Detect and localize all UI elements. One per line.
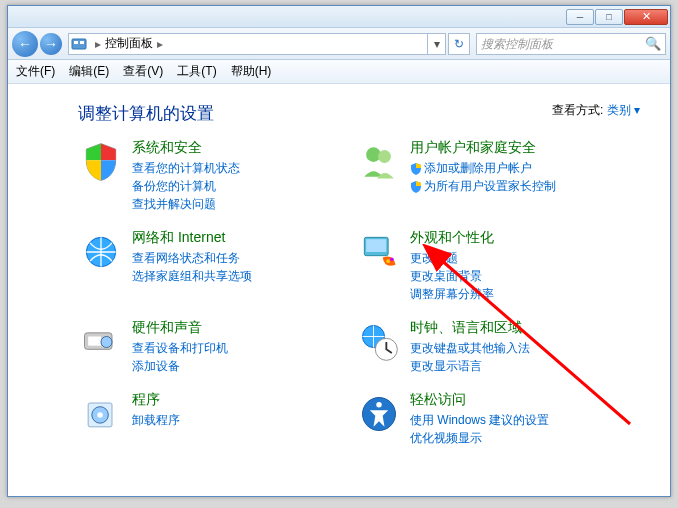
svg-point-4 xyxy=(378,150,391,163)
navbar: ← → ▸ 控制面板 ▸ ▾ ↻ 🔍 xyxy=(8,28,670,60)
svg-rect-11 xyxy=(88,337,101,346)
svg-point-8 xyxy=(386,259,390,263)
category-link[interactable]: 选择家庭组和共享选项 xyxy=(132,267,252,285)
ease-icon xyxy=(356,391,402,437)
category-link[interactable]: 查找并解决问题 xyxy=(132,195,240,213)
viewby-label: 查看方式: xyxy=(552,103,603,117)
category-link[interactable]: 添加设备 xyxy=(132,357,228,375)
shield-icon xyxy=(410,162,422,174)
programs-icon xyxy=(78,391,124,437)
svg-rect-2 xyxy=(80,41,84,44)
category-link[interactable]: 查看网络状态和任务 xyxy=(132,249,252,267)
close-button[interactable]: ✕ xyxy=(624,9,668,25)
shield-icon xyxy=(410,180,422,192)
back-button[interactable]: ← xyxy=(12,31,38,57)
minimize-button[interactable]: ─ xyxy=(566,9,594,25)
svg-point-12 xyxy=(101,337,112,348)
view-by: 查看方式: 类别 ▾ xyxy=(552,102,640,119)
category-link[interactable]: 更改显示语言 xyxy=(410,357,530,375)
category-grid: 系统和安全 查看您的计算机状态 备份您的计算机 查找并解决问题 用户帐户和家庭安… xyxy=(78,139,640,455)
category-title[interactable]: 轻松访问 xyxy=(410,391,549,409)
category-link[interactable]: 优化视频显示 xyxy=(410,429,549,447)
menubar: 文件(F) 编辑(E) 查看(V) 工具(T) 帮助(H) xyxy=(8,60,670,84)
category-programs: 程序 卸载程序 xyxy=(78,391,338,447)
hardware-icon xyxy=(78,319,124,365)
control-panel-window: ─ □ ✕ ← → ▸ 控制面板 ▸ ▾ ↻ 🔍 文件(F) 编辑(E) 查看(… xyxy=(7,5,671,497)
svg-rect-7 xyxy=(366,239,386,252)
menu-view[interactable]: 查看(V) xyxy=(123,63,163,80)
menu-tools[interactable]: 工具(T) xyxy=(177,63,216,80)
clock-icon xyxy=(356,319,402,365)
category-link[interactable]: 添加或删除用户帐户 xyxy=(410,159,556,177)
searchbox[interactable]: 🔍 xyxy=(476,33,666,55)
network-icon xyxy=(78,229,124,275)
category-title[interactable]: 外观和个性化 xyxy=(410,229,494,247)
menu-edit[interactable]: 编辑(E) xyxy=(69,63,109,80)
viewby-value[interactable]: 类别 ▾ xyxy=(607,103,640,117)
category-link[interactable]: 为所有用户设置家长控制 xyxy=(410,177,556,195)
content-area: 调整计算机的设置 查看方式: 类别 ▾ 系统和安全 查看您的计算机状态 备份您的… xyxy=(8,84,670,496)
category-link[interactable]: 更改键盘或其他输入法 xyxy=(410,339,530,357)
search-icon[interactable]: 🔍 xyxy=(645,36,661,51)
category-user-accounts: 用户帐户和家庭安全 添加或删除用户帐户 为所有用户设置家长控制 xyxy=(356,139,616,213)
system-security-icon xyxy=(78,139,124,185)
category-title[interactable]: 网络和 Internet xyxy=(132,229,252,247)
category-title[interactable]: 用户帐户和家庭安全 xyxy=(410,139,556,157)
category-hardware: 硬件和声音 查看设备和打印机 添加设备 xyxy=(78,319,338,375)
category-link[interactable]: 调整屏幕分辨率 xyxy=(410,285,494,303)
category-title[interactable]: 程序 xyxy=(132,391,180,409)
category-title[interactable]: 系统和安全 xyxy=(132,139,240,157)
search-input[interactable] xyxy=(481,37,645,51)
svg-rect-1 xyxy=(74,41,78,44)
category-link[interactable]: 卸载程序 xyxy=(132,411,180,429)
titlebar: ─ □ ✕ xyxy=(8,6,670,28)
control-panel-icon xyxy=(71,36,87,52)
forward-button[interactable]: → xyxy=(40,33,62,55)
breadcrumb[interactable]: ▸ 控制面板 ▸ xyxy=(68,33,428,55)
maximize-button[interactable]: □ xyxy=(595,9,623,25)
category-title[interactable]: 硬件和声音 xyxy=(132,319,228,337)
appearance-icon xyxy=(356,229,402,275)
svg-point-17 xyxy=(97,412,103,418)
breadcrumb-sep: ▸ xyxy=(91,37,105,51)
user-accounts-icon xyxy=(356,139,402,185)
svg-point-19 xyxy=(376,402,382,408)
category-clock: 时钟、语言和区域 更改键盘或其他输入法 更改显示语言 xyxy=(356,319,616,375)
category-link[interactable]: 查看您的计算机状态 xyxy=(132,159,240,177)
refresh-button[interactable]: ↻ xyxy=(448,33,470,55)
breadcrumb-dropdown[interactable]: ▾ xyxy=(428,33,446,55)
menu-help[interactable]: 帮助(H) xyxy=(231,63,272,80)
category-ease: 轻松访问 使用 Windows 建议的设置 优化视频显示 xyxy=(356,391,616,447)
category-link[interactable]: 使用 Windows 建议的设置 xyxy=(410,411,549,429)
category-appearance: 外观和个性化 更改主题 更改桌面背景 调整屏幕分辨率 xyxy=(356,229,616,303)
svg-point-9 xyxy=(390,258,394,262)
category-link[interactable]: 更改主题 xyxy=(410,249,494,267)
category-network: 网络和 Internet 查看网络状态和任务 选择家庭组和共享选项 xyxy=(78,229,338,303)
category-title[interactable]: 时钟、语言和区域 xyxy=(410,319,530,337)
category-link[interactable]: 更改桌面背景 xyxy=(410,267,494,285)
category-link[interactable]: 备份您的计算机 xyxy=(132,177,240,195)
category-link[interactable]: 查看设备和打印机 xyxy=(132,339,228,357)
menu-file[interactable]: 文件(F) xyxy=(16,63,55,80)
category-system-security: 系统和安全 查看您的计算机状态 备份您的计算机 查找并解决问题 xyxy=(78,139,338,213)
breadcrumb-sep2: ▸ xyxy=(153,37,167,51)
breadcrumb-location: 控制面板 xyxy=(105,35,153,52)
